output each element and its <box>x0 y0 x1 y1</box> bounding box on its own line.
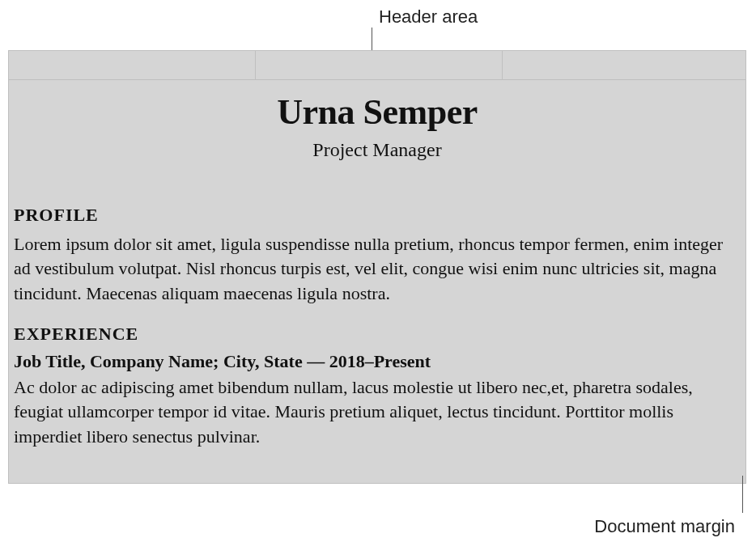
section-heading-profile[interactable]: PROFILE <box>9 205 745 226</box>
annotation-margin-line <box>742 476 743 513</box>
resume-name[interactable]: Urna Semper <box>9 91 745 133</box>
profile-body[interactable]: Lorem ipsum dolor sit amet, ligula suspe… <box>9 232 745 306</box>
header-area[interactable] <box>9 51 745 80</box>
section-heading-experience[interactable]: EXPERIENCE <box>9 324 745 345</box>
header-column-left[interactable] <box>9 51 256 79</box>
document-body[interactable]: Urna Semper Project Manager PROFILE Lore… <box>9 80 745 449</box>
resume-title[interactable]: Project Manager <box>9 139 745 161</box>
header-column-center[interactable] <box>256 51 503 79</box>
experience-body[interactable]: Ac dolor ac adipiscing amet bibendum nul… <box>9 375 745 449</box>
document-page: Urna Semper Project Manager PROFILE Lore… <box>8 50 746 484</box>
annotation-header-label: Header area <box>379 6 478 28</box>
header-column-right[interactable] <box>503 51 745 79</box>
experience-job-line[interactable]: Job Title, Company Name; City, State — 2… <box>9 351 745 372</box>
annotation-margin-label: Document margin <box>594 516 735 537</box>
